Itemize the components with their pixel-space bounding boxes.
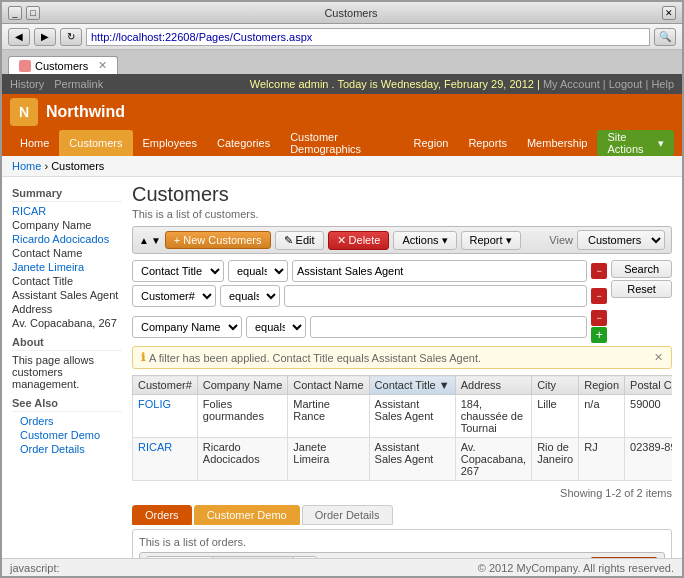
- summary-company-link[interactable]: Ricardo Adocicados: [12, 232, 122, 246]
- see-also-title: See Also: [12, 397, 122, 412]
- filter-notice-text: A filter has been applied. Contact Title…: [149, 352, 481, 364]
- nav-region[interactable]: Region: [404, 130, 459, 156]
- col-region[interactable]: Region: [579, 376, 625, 395]
- filter-field-3[interactable]: Company Name: [132, 316, 242, 338]
- status-bar: javascript: © 2012 MyCompany. All rights…: [2, 558, 682, 576]
- breadcrumb-current: Customers: [51, 160, 104, 172]
- orders-report-btn[interactable]: Report ▾: [478, 558, 538, 559]
- permalink-link[interactable]: Permalink: [54, 78, 103, 90]
- customer-ricar-link[interactable]: RICAR: [138, 441, 172, 453]
- title-0: Assistant Sales Agent: [369, 395, 455, 438]
- summary-ricar-link[interactable]: RICAR: [12, 204, 122, 218]
- summary-title: Summary: [12, 187, 122, 202]
- nav-employees[interactable]: Employees: [133, 130, 207, 156]
- close-btn[interactable]: ✕: [662, 6, 676, 20]
- col-customer-num[interactable]: Customer#: [133, 376, 198, 395]
- app-header: N Northwind: [2, 94, 682, 130]
- contact-0: Martine Rance: [288, 395, 369, 438]
- toolbar-sort-up[interactable]: ▲: [139, 235, 149, 246]
- nav-reports[interactable]: Reports: [458, 130, 517, 156]
- browser-tab-customers[interactable]: Customers ✕: [8, 56, 118, 74]
- help-link[interactable]: Help: [651, 78, 674, 90]
- filter-value-3[interactable]: [310, 316, 587, 338]
- postal-0: 59000: [625, 395, 672, 438]
- tab-orders[interactable]: Orders: [132, 505, 192, 525]
- tab-order-details[interactable]: Order Details: [302, 505, 393, 525]
- my-account-link[interactable]: My Account: [543, 78, 600, 90]
- filter-field-1[interactable]: Contact Title: [132, 260, 224, 282]
- orders-section: This is a list of orders. Quick Find 🔍 +…: [132, 529, 672, 558]
- tab-close-icon[interactable]: ✕: [98, 59, 107, 72]
- browser-tab-bar: Customers ✕: [2, 50, 682, 74]
- quick-find-search-icon[interactable]: 🔍: [293, 557, 316, 558]
- breadcrumb-home[interactable]: Home: [12, 160, 41, 172]
- actions-btn[interactable]: Actions ▾: [393, 231, 456, 250]
- city-0: Lille: [532, 395, 579, 438]
- address-0: 184, chaussée de Tournai: [455, 395, 531, 438]
- toolbar-sort-down[interactable]: ▼: [151, 235, 161, 246]
- filter-operator-1[interactable]: equals: [228, 260, 288, 282]
- site-actions-btn[interactable]: Site Actions ▾: [597, 130, 674, 156]
- filter-value-2[interactable]: [284, 285, 587, 307]
- nav-membership[interactable]: Membership: [517, 130, 598, 156]
- forward-button[interactable]: ▶: [34, 28, 56, 46]
- filter-value-1[interactable]: [292, 260, 587, 282]
- customer-folig-link[interactable]: FOLIG: [138, 398, 171, 410]
- summary-contact-link[interactable]: Janete Limeira: [12, 260, 122, 274]
- see-also-order-details[interactable]: Order Details: [12, 442, 122, 456]
- filter-notice-close[interactable]: ✕: [654, 351, 663, 364]
- history-link[interactable]: History: [10, 78, 44, 90]
- back-button[interactable]: ◀: [8, 28, 30, 46]
- app-logo: N: [10, 98, 38, 126]
- filter-operator-3[interactable]: equals: [246, 316, 306, 338]
- orders-view-select[interactable]: Orders: [590, 557, 658, 558]
- tab-title: Customers: [35, 60, 88, 72]
- filter-add-icon[interactable]: +: [591, 327, 607, 343]
- nav-menu: Home Customers Employees Categories Cust…: [2, 130, 682, 156]
- search-button[interactable]: 🔍: [654, 28, 676, 46]
- view-select[interactable]: Customers: [577, 230, 665, 250]
- col-postal[interactable]: Postal Code: [625, 376, 672, 395]
- view-label: View: [549, 234, 573, 246]
- filter-operator-2[interactable]: equals: [220, 285, 280, 307]
- reset-btn[interactable]: Reset: [611, 280, 672, 298]
- new-customers-btn[interactable]: + New Customers: [165, 231, 271, 249]
- col-contact-name[interactable]: Contact Name: [288, 376, 369, 395]
- report-btn[interactable]: Report ▾: [461, 231, 521, 250]
- orders-actions-btn[interactable]: Actions ▾: [411, 558, 474, 559]
- logout-link[interactable]: Logout: [609, 78, 643, 90]
- right-panel: Customers This is a list of customers. ▲…: [132, 183, 672, 558]
- search-btn[interactable]: Search: [611, 260, 672, 278]
- see-also-customer-demo[interactable]: Customer Demo: [12, 428, 122, 442]
- filter-notice: ℹ A filter has been applied. Contact Tit…: [132, 346, 672, 369]
- browser-nav-bar: ◀ ▶ ↻ http://localhost:22608/Pages/Custo…: [2, 24, 682, 50]
- filter-row-3: Company Name equals − +: [132, 310, 607, 343]
- left-panel: Summary RICAR Company Name Ricardo Adoci…: [12, 183, 122, 558]
- refresh-button[interactable]: ↻: [60, 28, 82, 46]
- col-contact-title[interactable]: Contact Title ▼: [369, 376, 455, 395]
- page-description: This is a list of customers.: [132, 208, 672, 220]
- nav-customer-demographics[interactable]: Customer Demographics: [280, 130, 403, 156]
- maximize-btn[interactable]: □: [26, 6, 40, 20]
- minimize-btn[interactable]: _: [8, 6, 22, 20]
- summary-address-value: Av. Copacabana, 267: [12, 316, 122, 330]
- customers-showing: Showing 1-2 of 2 items: [132, 487, 672, 499]
- delete-btn[interactable]: ✕ Delete: [328, 231, 390, 250]
- see-also-orders[interactable]: Orders: [12, 414, 122, 428]
- search-reset-panel: Search Reset: [611, 260, 672, 298]
- filter-field-2[interactable]: Customer#: [132, 285, 216, 307]
- edit-btn[interactable]: ✎ Edit: [275, 231, 324, 250]
- tab-customer-demo[interactable]: Customer Demo: [194, 505, 300, 525]
- filter-remove-icon-2[interactable]: −: [591, 288, 607, 304]
- filter-remove-icon-1[interactable]: −: [591, 263, 607, 279]
- col-city[interactable]: City: [532, 376, 579, 395]
- filter-remove-icon-3[interactable]: −: [591, 310, 607, 326]
- nav-categories[interactable]: Categories: [207, 130, 280, 156]
- quick-find: Quick Find 🔍: [146, 556, 317, 558]
- col-address[interactable]: Address: [455, 376, 531, 395]
- nav-home[interactable]: Home: [10, 130, 59, 156]
- address-bar[interactable]: http://localhost:22608/Pages/Customers.a…: [86, 28, 650, 46]
- nav-customers[interactable]: Customers: [59, 130, 132, 156]
- title-bar: _ □ Customers ✕: [2, 2, 682, 24]
- col-company-name[interactable]: Company Name: [197, 376, 287, 395]
